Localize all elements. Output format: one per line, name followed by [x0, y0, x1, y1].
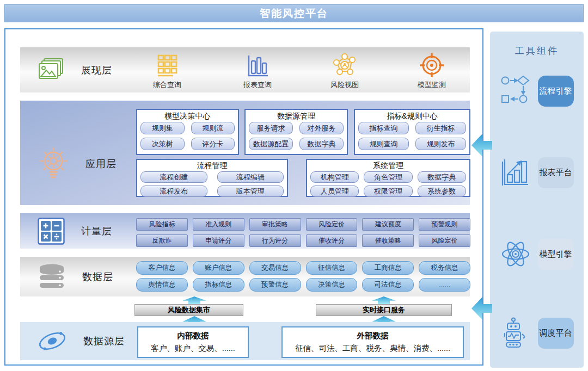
data-layer-band: 数据层 客户信息 账户信息 交易信息 征信信息 工商信息 税务信息 舆情信息 指…	[20, 257, 470, 296]
app-group-datasource-mgmt: 数据源管理 服务请求 对外服务 数据源配置 数据字典	[244, 109, 348, 155]
data-layer-label: 数据层	[38, 263, 113, 290]
data-module[interactable]: 账户信息	[193, 261, 244, 275]
app-module[interactable]: 服务请求	[249, 122, 293, 134]
galaxy-icon	[38, 328, 67, 354]
app-module[interactable]: 规则发布	[415, 138, 466, 150]
left-arrow-interface	[471, 297, 492, 320]
pres-item-risk-view[interactable]: 风险视图	[318, 52, 371, 90]
datasource-layer-label: 数据源层	[38, 328, 125, 354]
measure-module[interactable]: 风险定价	[306, 218, 358, 231]
measure-module[interactable]: 申请评分	[193, 234, 244, 247]
app-module[interactable]: 人员管理	[310, 186, 359, 197]
bulb-gear-icon	[38, 146, 69, 182]
group-title: 数据源管理	[249, 112, 344, 121]
app-module[interactable]: 系统参数	[418, 186, 466, 197]
app-module[interactable]: 流程编辑	[217, 171, 284, 183]
app-group-model-decision: 模型决策中心 规则集 规则流 决策树 评分卡	[136, 109, 239, 155]
data-module[interactable]: ......	[419, 278, 470, 292]
app-module[interactable]: 数据源配置	[249, 138, 293, 150]
app-module[interactable]: 数据字典	[299, 138, 344, 150]
pres-item-label: 综合查询	[141, 80, 193, 90]
pres-item-label: 风险视图	[318, 80, 371, 90]
data-module[interactable]: 税务信息	[419, 261, 470, 275]
measure-module[interactable]: 行为评分	[249, 234, 301, 247]
scheduler-platform-button[interactable]: 调度平台	[538, 318, 574, 349]
data-module[interactable]: 征信信息	[306, 261, 358, 275]
app-module[interactable]: 对外服务	[299, 122, 344, 134]
app-module[interactable]: 评分卡	[191, 138, 235, 150]
calculator-icon	[38, 218, 65, 245]
network-icon	[331, 53, 358, 78]
data-grid: 客户信息 账户信息 交易信息 征信信息 工商信息 税务信息 舆情信息 指标信息 …	[136, 261, 470, 292]
tool-item-scheduler-platform: 调度平台	[490, 317, 584, 349]
app-module[interactable]: 数据字典	[418, 171, 466, 183]
measure-module[interactable]: 催收策略	[362, 234, 414, 247]
measure-module[interactable]: 风险定价	[419, 234, 470, 247]
app-module[interactable]: 决策树	[140, 138, 185, 150]
app-module[interactable]: 规则集	[140, 122, 185, 134]
group-title: 模型决策中心	[140, 112, 235, 121]
realtime-interface-bus[interactable]: 实时接口服务	[316, 304, 452, 316]
layer-name: 计量层	[81, 225, 112, 238]
risk-platform-diagram: 智能风控平台 展现层	[0, 0, 588, 371]
data-module[interactable]: 舆情信息	[136, 278, 188, 292]
barchart-icon	[246, 54, 270, 78]
flowchart-icon	[500, 75, 531, 107]
app-module[interactable]: 流程创建	[140, 171, 207, 183]
app-module[interactable]: 规则流	[191, 122, 235, 134]
process-engine-button[interactable]: 流程引擎	[538, 76, 574, 107]
tool-item-report-platform: 报表平台	[490, 157, 584, 188]
main-architecture-panel: 展现层 综合查询	[4, 28, 483, 366]
group-title: 系统管理	[310, 161, 466, 170]
tool-components-title: 工具组件	[490, 45, 584, 57]
app-group-process-mgmt: 流程管理 流程创建 流程编辑 流程发布 版本管理	[136, 159, 288, 197]
app-group-indicator-rule-center: 指标&规则中心 指标查询 衍生指标 规则查询 规则发布	[354, 109, 470, 155]
measurement-grid: 风险指标 准入规则 审批策略 风险定价 建议额度 预警规则 反欺诈 申请评分 行…	[136, 218, 470, 247]
pres-item-report-query[interactable]: 报表查询	[231, 52, 284, 90]
app-module[interactable]: 版本管理	[217, 186, 284, 197]
measure-module[interactable]: 审批策略	[249, 218, 301, 231]
data-module[interactable]: 决策信息	[306, 278, 358, 292]
presentation-layer-label: 展现层	[38, 58, 112, 83]
app-module[interactable]: 机构管理	[310, 171, 359, 183]
app-module[interactable]: 衍生指标	[415, 122, 466, 134]
measure-module[interactable]: 建议额度	[362, 218, 414, 231]
data-module[interactable]: 工商信息	[362, 261, 414, 275]
risk-data-mart-bus[interactable]: 风险数据集市	[134, 304, 243, 316]
measure-module[interactable]: 反欺诈	[136, 234, 188, 247]
external-data-box[interactable]: 外部数据 征信、司法、工商、税务、舆情、消费、......	[281, 326, 464, 358]
app-module[interactable]: 指标查询	[358, 122, 409, 134]
measure-module[interactable]: 预警规则	[419, 218, 470, 231]
measure-module[interactable]: 催收评分	[306, 234, 358, 247]
pres-item-model-monitor[interactable]: 模型监测	[406, 52, 458, 90]
application-layer-label: 应用层	[38, 146, 117, 182]
model-engine-button[interactable]: 模型引擎	[538, 239, 574, 270]
app-module[interactable]: 流程发布	[140, 186, 207, 197]
internal-data-box[interactable]: 内部数据 客户、账户、交易、......	[137, 326, 249, 358]
data-module[interactable]: 预警信息	[249, 278, 301, 292]
pres-item-label: 模型监测	[406, 80, 458, 90]
measure-module[interactable]: 准入规则	[193, 218, 244, 231]
up-arrow	[372, 296, 396, 304]
app-module[interactable]: 权限管理	[364, 186, 412, 197]
data-module[interactable]: 客户信息	[136, 261, 188, 275]
report-platform-button[interactable]: 报表平台	[538, 157, 574, 188]
app-module[interactable]: 角色管理	[364, 171, 412, 183]
left-arrow-application	[471, 134, 492, 157]
internal-data-title: 内部数据	[177, 331, 209, 341]
app-module[interactable]: 规则查询	[358, 138, 409, 150]
layer-name: 应用层	[85, 157, 117, 170]
data-module[interactable]: 交易信息	[249, 261, 301, 275]
pres-item-label: 报表查询	[231, 80, 284, 90]
presentation-layer-band: 展现层 综合查询	[20, 47, 470, 92]
data-module[interactable]: 司法信息	[362, 278, 414, 292]
layer-name: 数据源层	[83, 335, 125, 348]
measurement-layer-label: 计量层	[38, 218, 112, 245]
pres-item-integrated-query[interactable]: 综合查询	[141, 52, 193, 90]
measure-module[interactable]: 风险指标	[136, 218, 188, 231]
group-title: 流程管理	[140, 161, 284, 170]
data-module[interactable]: 指标信息	[193, 278, 244, 292]
layer-name: 数据层	[82, 270, 113, 283]
target-icon	[419, 53, 444, 78]
bus-label: 实时接口服务	[363, 305, 405, 315]
